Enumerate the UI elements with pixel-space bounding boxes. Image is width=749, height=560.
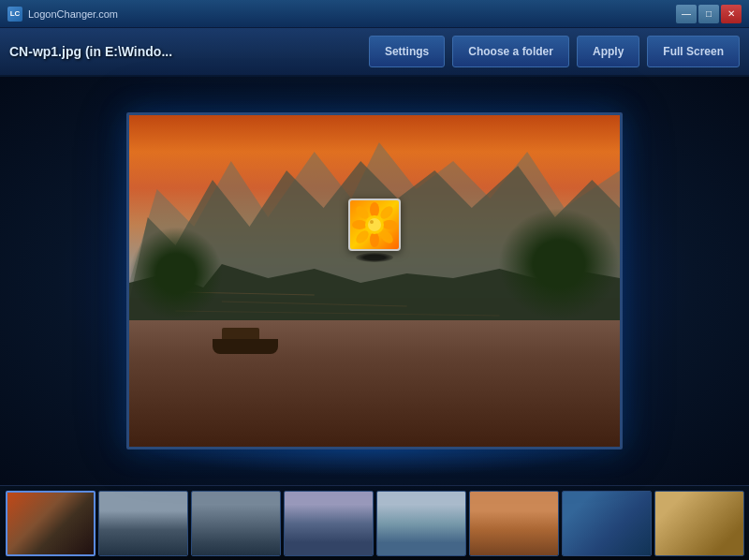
- svg-point-7: [370, 232, 379, 247]
- thumbnail-3[interactable]: [191, 491, 281, 556]
- logon-icon[interactable]: [346, 199, 403, 264]
- boat-body: [213, 339, 278, 354]
- maximize-button[interactable]: □: [698, 5, 719, 23]
- minimize-button[interactable]: —: [676, 5, 697, 23]
- boat: [213, 326, 287, 354]
- svg-point-16: [370, 220, 374, 224]
- apply-button[interactable]: Apply: [577, 36, 639, 67]
- thumbnail-7[interactable]: [562, 491, 652, 556]
- icon-shadow: [356, 253, 393, 262]
- fullscreen-button[interactable]: Full Screen: [647, 36, 740, 67]
- svg-point-9: [382, 220, 397, 229]
- svg-point-15: [368, 218, 381, 231]
- thumbnail-strip: [0, 485, 749, 560]
- trees-right: [498, 208, 620, 320]
- titlebar-left: LC LogonChanger.com: [7, 7, 118, 22]
- thumbnail-2[interactable]: [98, 491, 188, 556]
- titlebar-title: LogonChanger.com: [28, 8, 118, 20]
- settings-button[interactable]: Settings: [369, 36, 445, 67]
- thumbnail-6[interactable]: [469, 491, 559, 556]
- thumbnail-5[interactable]: [376, 491, 466, 556]
- flower-svg: [352, 202, 397, 247]
- toolbar: CN-wp1.jpg (in E:\Windo... Settings Choo…: [0, 28, 749, 77]
- titlebar: LC LogonChanger.com — □ ✕: [0, 0, 749, 28]
- titlebar-controls: — □ ✕: [676, 5, 742, 23]
- file-title: CN-wp1.jpg (in E:\Windo...: [9, 44, 361, 59]
- app-icon: LC: [7, 7, 22, 22]
- preview-image: [129, 115, 620, 447]
- close-button[interactable]: ✕: [721, 5, 742, 23]
- preview-frame: [126, 112, 623, 449]
- flower-frame: [348, 199, 401, 251]
- main-content: [0, 77, 749, 485]
- thumbnail-8[interactable]: [654, 491, 744, 556]
- choose-folder-button[interactable]: Choose a folder: [452, 36, 569, 67]
- thumbnail-1[interactable]: [6, 491, 95, 556]
- trees-left: [129, 227, 223, 320]
- svg-point-6: [370, 202, 379, 217]
- thumbnail-4[interactable]: [284, 491, 374, 556]
- svg-point-8: [352, 220, 367, 229]
